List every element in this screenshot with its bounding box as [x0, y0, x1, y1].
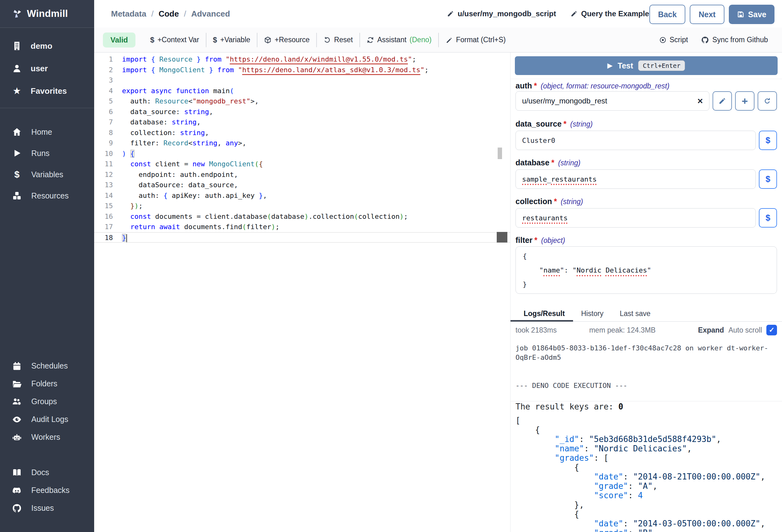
sidebar-item-home[interactable]: Home [0, 121, 94, 143]
code-editor[interactable]: 1import { Resource } from "https://deno.… [94, 52, 510, 532]
sidebar-item-issues[interactable]: Issues [0, 499, 94, 517]
sidebar-item-variables[interactable]: $ Variables [0, 164, 94, 185]
breadcrumb-separator: / [151, 9, 153, 19]
add-resource-button-small[interactable]: + [735, 91, 754, 111]
required-star: * [534, 236, 537, 245]
expand-button[interactable]: Expand [698, 326, 724, 335]
collection-var-picker-button[interactable]: $ [759, 208, 777, 228]
database-var-picker-button[interactable]: $ [759, 169, 777, 189]
windmill-app: Windmill demo [0, 0, 782, 532]
add-context-var-button[interactable]: $ +Context Var [150, 36, 199, 44]
filter-json-editor[interactable]: { "name": "Nordic Delicacies"} [516, 246, 777, 294]
sidebar-item-runs[interactable]: Runs [0, 143, 94, 164]
sidebar-item-workers[interactable]: Workers [0, 428, 94, 446]
job-log-output: job 01864b05-8033-b136-1def-f30c48ac7c28… [510, 339, 782, 390]
edit-resource-button[interactable] [713, 91, 732, 111]
toolbar-separator [257, 33, 257, 47]
tab-advanced[interactable]: Advanced [191, 9, 230, 19]
assistant-toggle[interactable]: Assistant (Deno) [366, 36, 432, 44]
user-menu[interactable]: user [0, 57, 94, 80]
data-source-var-picker-button[interactable]: $ [759, 131, 777, 150]
sync-from-github-button[interactable]: Sync from Github [701, 36, 768, 44]
field-type: (string) [559, 197, 583, 206]
nav-label: Runs [31, 149, 49, 158]
github-icon [11, 503, 23, 513]
add-resource-button[interactable]: +Resource [264, 36, 310, 44]
toolbar-separator [438, 33, 439, 47]
script-view-label: Script [670, 36, 688, 44]
next-label: Next [699, 10, 715, 19]
field-type: (object, format: resource-mongodb_rest) [539, 82, 670, 90]
dollar-icon: $ [213, 36, 217, 44]
workspace-name: demo [31, 41, 52, 51]
user-name: user [31, 64, 48, 73]
sidebar-item-feedbacks[interactable]: Feedbacks [0, 481, 94, 499]
sidebar-item-folders[interactable]: Folders [0, 375, 94, 392]
field-type: (string) [568, 120, 593, 128]
auth-field-label: auth* (object, format: resource-mongodb_… [516, 81, 777, 90]
sidebar-item-favorites[interactable]: ★ Favorites [0, 80, 94, 102]
dollar-icon: $ [766, 136, 770, 145]
robot-icon [11, 432, 23, 442]
field-type: (object) [539, 236, 565, 245]
test-button[interactable]: ▶ Test Ctrl+Enter [515, 56, 778, 75]
github-icon [701, 36, 709, 44]
required-star: * [563, 119, 567, 128]
workspace-switcher[interactable]: demo [0, 35, 94, 57]
undo-icon [323, 36, 331, 44]
tab-code[interactable]: Code [158, 9, 179, 19]
refresh-resource-button[interactable] [757, 91, 777, 111]
format-pen-icon [446, 36, 453, 44]
tab-metadata[interactable]: Metadata [111, 9, 146, 19]
sidebar-item-schedules[interactable]: Schedules [0, 357, 94, 375]
add-variable-button[interactable]: $ +Variable [213, 36, 250, 44]
database-field-row: sample_restaurants $ [516, 169, 777, 189]
required-star: * [551, 158, 554, 167]
data-source-input[interactable]: Cluster0 [516, 131, 756, 150]
dollar-icon: $ [150, 36, 154, 44]
tab-logs-result[interactable]: Logs/Result [516, 306, 573, 321]
save-button[interactable]: Save [729, 5, 775, 24]
tab-last-save[interactable]: Last save [611, 306, 659, 321]
format-label: Format (Ctrl+S) [456, 36, 506, 44]
sidebar-item-resources[interactable]: Resources [0, 185, 94, 206]
panel-divider [510, 79, 782, 79]
save-label: Save [748, 10, 767, 19]
sidebar-item-groups[interactable]: Groups [0, 392, 94, 410]
pencil-icon [571, 10, 577, 17]
auth-resource-input[interactable]: u/user/my_mongodb_rest × [516, 91, 709, 111]
user-icon [11, 64, 23, 73]
reset-button[interactable]: Reset [323, 36, 353, 44]
collection-input[interactable]: restaurants [516, 208, 756, 228]
save-icon [737, 11, 744, 18]
code-lines[interactable]: 1import { Resource } from "https://deno.… [94, 52, 510, 242]
script-path-edit[interactable]: u/user/my_mongodb_script [447, 9, 556, 18]
nav-label: Audit Logs [31, 415, 68, 424]
sidebar-nav-admin: Schedules Folders [0, 206, 94, 446]
clear-resource-icon[interactable]: × [697, 96, 703, 106]
collection-field-label: collection* (string) [516, 197, 777, 206]
editor-scrollbar-thumb[interactable] [498, 148, 502, 159]
nav-label: Feedbacks [31, 486, 69, 495]
tab-history[interactable]: History [573, 306, 612, 321]
package-icon [264, 36, 272, 44]
test-shortcut: Ctrl+Enter [638, 60, 685, 71]
nav-label: Folders [31, 379, 57, 388]
results-tabs: Logs/Result History Last save [510, 306, 782, 321]
check-icon: ✓ [769, 326, 775, 334]
sidebar-item-audit-logs[interactable]: Audit Logs [0, 410, 94, 428]
nav-label: Resources [31, 191, 69, 200]
database-input[interactable]: sample_restaurants [516, 169, 756, 189]
autoscroll-checkbox[interactable]: ✓ [767, 325, 777, 335]
sidebar-item-docs[interactable]: Docs [0, 463, 94, 481]
discord-icon [11, 486, 23, 495]
format-button[interactable]: Format (Ctrl+S) [446, 36, 506, 44]
nav-label: Docs [31, 468, 49, 477]
next-button[interactable]: Next [690, 5, 724, 24]
plus-icon: + [742, 95, 748, 107]
back-button[interactable]: Back [649, 5, 686, 24]
script-view-toggle[interactable]: Script [659, 36, 688, 44]
favorites-label: Favorites [31, 86, 67, 96]
script-summary-edit[interactable]: Query the Example... [571, 9, 655, 18]
windmill-logo[interactable]: Windmill [0, 0, 94, 28]
